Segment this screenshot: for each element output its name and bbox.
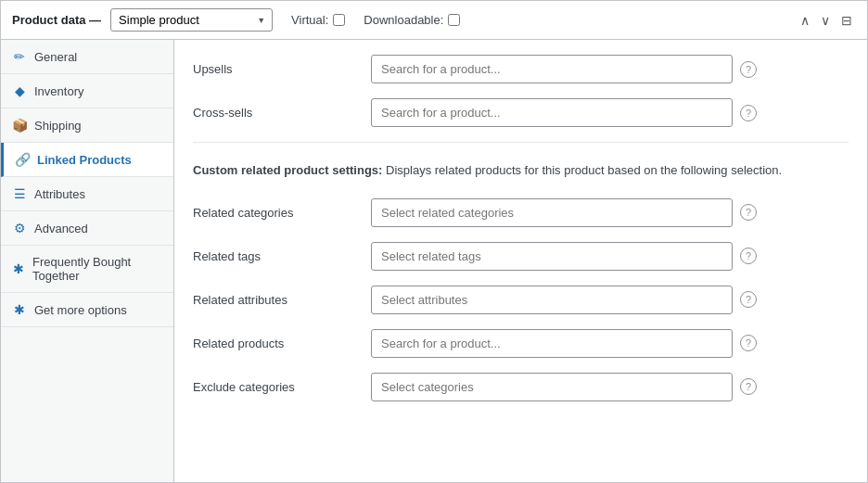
main-body: ✏ General ◆ Inventory 📦 Shipping 🔗 Linke…: [1, 40, 867, 482]
sidebar-item-attributes[interactable]: ☰ Attributes: [1, 177, 173, 211]
section-divider: [193, 142, 849, 143]
related-tags-help-icon[interactable]: ?: [740, 248, 757, 264]
downloadable-checkbox-group: Downloadable:: [364, 13, 460, 27]
related-products-row: Related products ?: [193, 329, 849, 358]
sidebar-item-label-inventory: Inventory: [34, 84, 83, 98]
collapse-button[interactable]: ⊟: [837, 11, 856, 30]
cross-sells-help-icon[interactable]: ?: [740, 105, 757, 121]
content-area: Upsells ? Cross-sells ? Custom related p…: [174, 40, 867, 482]
related-categories-input-wrap: ?: [371, 198, 849, 227]
related-products-input[interactable]: [371, 329, 733, 358]
exclude-categories-label: Exclude categories: [193, 373, 360, 394]
related-tags-input-wrap: ?: [371, 242, 849, 271]
related-tags-input[interactable]: [371, 242, 733, 271]
related-tags-label: Related tags: [193, 242, 360, 263]
exclude-categories-input[interactable]: [371, 373, 733, 401]
shipping-icon: 📦: [12, 118, 27, 133]
related-attributes-label: Related attributes: [193, 286, 360, 307]
sidebar-item-label-linked-products: Linked Products: [37, 153, 132, 167]
sidebar-item-get-more-options[interactable]: ✱ Get more options: [1, 293, 173, 327]
related-attributes-row: Related attributes ?: [193, 286, 849, 314]
sidebar-item-label-frequently-bought: Frequently Bought Together: [32, 255, 162, 283]
frequently-bought-icon: ✱: [12, 261, 25, 276]
cross-sells-label: Cross-sells: [193, 98, 360, 120]
cross-sells-input[interactable]: [371, 98, 733, 127]
exclude-categories-row: Exclude categories ?: [193, 373, 849, 401]
sidebar-item-linked-products[interactable]: 🔗 Linked Products: [1, 143, 173, 177]
related-attributes-help-icon[interactable]: ?: [740, 291, 757, 308]
upsells-row: Upsells ?: [193, 55, 849, 83]
related-attributes-input-wrap: ?: [371, 286, 849, 314]
related-products-help-icon[interactable]: ?: [740, 335, 757, 351]
exclude-categories-help-icon[interactable]: ?: [740, 378, 757, 395]
advanced-icon: ⚙: [12, 221, 27, 235]
sidebar-item-label-advanced: Advanced: [34, 222, 88, 235]
product-data-label: Product data —: [12, 13, 101, 27]
arrow-down-button[interactable]: ∨: [817, 11, 834, 30]
related-categories-help-icon[interactable]: ?: [740, 204, 757, 221]
exclude-categories-input-wrap: ?: [371, 373, 849, 401]
upsells-input-wrap: ?: [371, 55, 849, 83]
related-products-input-wrap: ?: [371, 329, 849, 358]
sidebar: ✏ General ◆ Inventory 📦 Shipping 🔗 Linke…: [1, 40, 174, 482]
general-icon: ✏: [12, 49, 27, 64]
related-categories-row: Related categories ?: [193, 198, 849, 227]
inventory-icon: ◆: [12, 83, 27, 98]
upsells-input[interactable]: [371, 55, 733, 83]
sidebar-item-advanced[interactable]: ⚙ Advanced: [1, 211, 173, 246]
downloadable-checkbox[interactable]: [448, 14, 460, 26]
linked-products-icon: 🔗: [15, 152, 30, 167]
sidebar-item-label-shipping: Shipping: [34, 119, 82, 133]
cross-sells-input-wrap: ?: [371, 98, 849, 127]
product-data-panel: Product data — Simple productGrouped pro…: [0, 0, 868, 483]
virtual-checkbox[interactable]: [333, 14, 345, 26]
related-categories-label: Related categories: [193, 198, 360, 220]
custom-settings-desc: Displays related products for this produ…: [382, 163, 782, 177]
get-more-options-icon: ✱: [12, 302, 27, 317]
related-tags-row: Related tags ?: [193, 242, 849, 271]
product-type-wrapper: Simple productGrouped productExternal/Af…: [110, 8, 273, 32]
cross-sells-row: Cross-sells ?: [193, 98, 849, 127]
virtual-checkbox-group: Virtual:: [291, 13, 345, 27]
related-products-label: Related products: [193, 329, 360, 350]
related-categories-input[interactable]: [371, 198, 733, 227]
custom-settings-title: Custom related product settings:: [193, 163, 382, 177]
downloadable-label: Downloadable:: [364, 13, 443, 27]
custom-settings-notice: Custom related product settings: Display…: [193, 158, 849, 184]
related-attributes-input[interactable]: [371, 286, 733, 314]
header-controls: ∧ ∨ ⊟: [797, 11, 856, 30]
sidebar-item-label-get-more-options: Get more options: [34, 303, 127, 317]
upsells-label: Upsells: [193, 55, 360, 76]
upsells-help-icon[interactable]: ?: [740, 61, 757, 78]
sidebar-item-inventory[interactable]: ◆ Inventory: [1, 74, 173, 108]
attributes-icon: ☰: [12, 186, 27, 201]
virtual-label: Virtual:: [291, 13, 328, 27]
sidebar-item-shipping[interactable]: 📦 Shipping: [1, 108, 173, 143]
sidebar-item-label-general: General: [34, 50, 77, 64]
sidebar-item-frequently-bought[interactable]: ✱ Frequently Bought Together: [1, 246, 173, 293]
sidebar-item-general[interactable]: ✏ General: [1, 40, 173, 74]
product-type-select[interactable]: Simple productGrouped productExternal/Af…: [110, 8, 273, 32]
sidebar-item-label-attributes: Attributes: [34, 187, 85, 201]
arrow-up-button[interactable]: ∧: [797, 11, 813, 30]
product-data-header: Product data — Simple productGrouped pro…: [1, 1, 867, 40]
